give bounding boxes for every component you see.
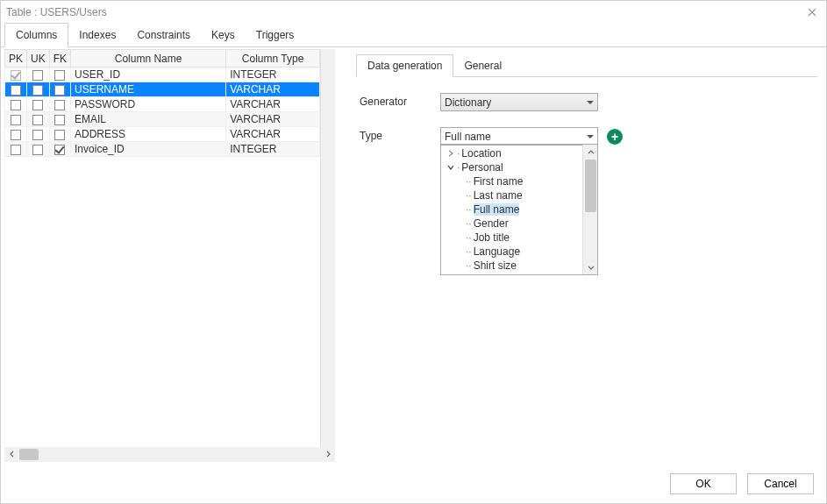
col-header-fk[interactable]: FK bbox=[49, 50, 70, 67]
column-type-cell[interactable]: VARCHAR bbox=[226, 82, 320, 97]
close-button[interactable] bbox=[805, 5, 819, 19]
tab-indexes[interactable]: Indexes bbox=[68, 24, 126, 46]
col-header-pk[interactable]: PK bbox=[5, 50, 27, 67]
checkbox-cell[interactable] bbox=[49, 67, 70, 82]
tab-triggers[interactable]: Triggers bbox=[246, 24, 305, 46]
tree-item[interactable]: ··Language bbox=[441, 245, 582, 259]
tree-connector: · bbox=[457, 161, 460, 174]
tab-general[interactable]: General bbox=[453, 55, 512, 76]
checkbox-icon bbox=[54, 145, 65, 155]
type-tree[interactable]: ·Location·Personal··First name··Last nam… bbox=[441, 145, 582, 274]
tree-item-label: Language bbox=[474, 245, 520, 258]
chevron-up-icon bbox=[588, 149, 595, 156]
checkbox-icon bbox=[54, 70, 65, 81]
tree-item[interactable]: ··Gender bbox=[441, 217, 582, 231]
checkbox-cell[interactable] bbox=[5, 142, 27, 157]
checkbox-icon bbox=[32, 70, 43, 81]
checkbox-cell[interactable] bbox=[27, 142, 50, 157]
tree-scrollbar[interactable] bbox=[582, 145, 597, 274]
tab-keys[interactable]: Keys bbox=[201, 24, 246, 46]
tree-item[interactable]: ··Full name bbox=[441, 202, 582, 217]
col-header-name[interactable]: Column Name bbox=[71, 50, 226, 67]
tree-item[interactable]: ··Shirt size bbox=[441, 259, 582, 273]
checkbox-cell[interactable] bbox=[49, 97, 70, 112]
tree-item-label: Job title bbox=[474, 231, 510, 244]
tree-item[interactable]: ··Job title bbox=[441, 231, 582, 245]
type-label: Type bbox=[360, 127, 440, 142]
cancel-button[interactable]: Cancel bbox=[747, 473, 814, 494]
chevron-down-icon[interactable] bbox=[446, 164, 455, 171]
properties-tabbar: Data generationGeneral bbox=[356, 54, 817, 77]
column-name-cell[interactable]: USER_ID bbox=[71, 67, 226, 82]
checkbox-cell[interactable] bbox=[27, 82, 50, 97]
checkbox-cell[interactable] bbox=[27, 112, 50, 127]
checkbox-cell[interactable] bbox=[5, 82, 27, 97]
chevron-right-icon[interactable] bbox=[446, 150, 455, 157]
checkbox-cell[interactable] bbox=[49, 142, 70, 157]
tree-item[interactable]: ·Location bbox=[441, 146, 582, 160]
column-type-cell[interactable]: VARCHAR bbox=[226, 127, 320, 142]
type-combo[interactable]: Full name bbox=[440, 127, 598, 146]
tree-connector: ·· bbox=[466, 259, 472, 272]
column-name-cell[interactable]: USERNAME bbox=[71, 82, 226, 97]
tree-item[interactable]: ·Personal bbox=[441, 160, 582, 174]
grid-vertical-scrollbar[interactable] bbox=[320, 49, 335, 446]
column-type-cell[interactable]: VARCHAR bbox=[226, 112, 320, 127]
checkbox-cell[interactable] bbox=[49, 127, 70, 142]
grid-horizontal-scrollbar[interactable] bbox=[4, 447, 335, 462]
tree-item[interactable]: ··Last name bbox=[441, 188, 582, 202]
scroll-left-arrow[interactable] bbox=[4, 447, 19, 462]
table-row[interactable]: EMAILVARCHAR bbox=[5, 112, 320, 127]
checkbox-cell[interactable] bbox=[5, 112, 27, 127]
table-row[interactable]: USERNAMEVARCHAR bbox=[5, 82, 320, 97]
type-value: Full name bbox=[445, 131, 491, 143]
tree-item-label: Location bbox=[461, 147, 501, 160]
ok-button[interactable]: OK bbox=[670, 473, 737, 494]
tab-constraints[interactable]: Constraints bbox=[126, 24, 201, 46]
col-header-uk[interactable]: UK bbox=[27, 50, 50, 67]
generator-label: Generator bbox=[360, 93, 440, 108]
column-name-cell[interactable]: ADDRESS bbox=[71, 127, 226, 142]
tree-connector: ·· bbox=[466, 189, 472, 202]
tree-item-label: Last name bbox=[474, 189, 523, 202]
add-type-button[interactable]: + bbox=[607, 129, 623, 145]
columns-grid[interactable]: PK UK FK Column Name Column Type USER_ID… bbox=[4, 49, 320, 446]
column-name-cell[interactable]: EMAIL bbox=[71, 112, 226, 127]
tab-columns[interactable]: Columns bbox=[4, 23, 68, 47]
col-header-type[interactable]: Column Type bbox=[226, 50, 320, 67]
scroll-track[interactable] bbox=[19, 447, 320, 462]
checkbox-cell[interactable] bbox=[5, 127, 27, 142]
scroll-up-arrow[interactable] bbox=[583, 145, 598, 160]
column-type-cell[interactable]: INTEGER bbox=[226, 142, 320, 157]
checkbox-icon bbox=[32, 130, 43, 140]
checkbox-cell[interactable] bbox=[27, 97, 50, 112]
checkbox-cell[interactable] bbox=[27, 67, 50, 82]
checkbox-cell[interactable] bbox=[49, 82, 70, 97]
checkbox-icon bbox=[54, 100, 65, 110]
scroll-thumb[interactable] bbox=[19, 449, 39, 460]
column-name-cell[interactable]: Invoice_ID bbox=[71, 142, 226, 157]
checkbox-cell[interactable] bbox=[27, 127, 50, 142]
table-row[interactable]: Invoice_IDINTEGER bbox=[5, 142, 320, 157]
tree-item-label: Shirt size bbox=[474, 259, 517, 272]
checkbox-cell[interactable] bbox=[49, 112, 70, 127]
chevron-down-icon bbox=[588, 264, 595, 271]
scroll-right-arrow[interactable] bbox=[320, 447, 335, 462]
chevron-right-icon bbox=[324, 451, 332, 458]
tab-data-generation[interactable]: Data generation bbox=[356, 54, 453, 77]
tree-connector: ·· bbox=[466, 217, 472, 230]
column-type-cell[interactable]: VARCHAR bbox=[226, 97, 320, 112]
generator-combo[interactable]: Dictionary bbox=[440, 93, 598, 111]
checkbox-cell[interactable] bbox=[5, 67, 27, 82]
tree-item-label: Full name bbox=[474, 203, 520, 216]
tree-scroll-thumb[interactable] bbox=[585, 160, 596, 212]
column-type-cell[interactable]: INTEGER bbox=[226, 67, 320, 82]
table-row[interactable]: ADDRESSVARCHAR bbox=[5, 127, 320, 142]
table-row[interactable]: PASSWORDVARCHAR bbox=[5, 97, 320, 112]
column-name-cell[interactable]: PASSWORD bbox=[71, 97, 226, 112]
checkbox-cell[interactable] bbox=[5, 97, 27, 112]
table-row[interactable]: USER_IDINTEGER bbox=[5, 67, 320, 82]
generator-value: Dictionary bbox=[445, 96, 491, 109]
scroll-down-arrow[interactable] bbox=[583, 259, 598, 274]
tree-item[interactable]: ··First name bbox=[441, 174, 582, 188]
